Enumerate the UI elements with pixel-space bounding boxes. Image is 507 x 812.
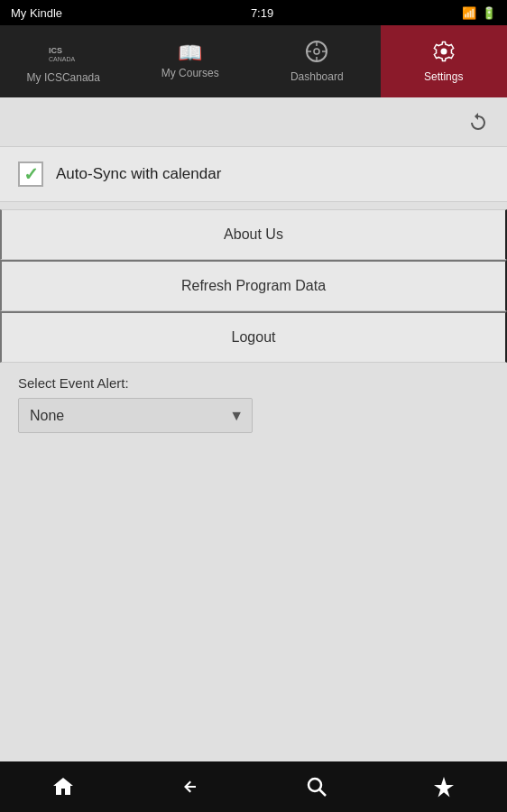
event-alert-label: Select Event Alert: [18, 375, 489, 391]
svg-text:ICS: ICS [49, 46, 62, 55]
settings-menu: About Us Refresh Program Data Logout [0, 209, 507, 363]
tab-dashboard-label: Dashboard [290, 70, 344, 83]
tab-dashboard[interactable]: Dashboard [254, 25, 381, 97]
battery-icon: 🔋 [482, 6, 496, 20]
about-us-button[interactable]: About Us [0, 209, 507, 260]
refresh-button[interactable] [462, 106, 494, 139]
event-alert-select[interactable]: None 5 minutes 15 minutes 30 minutes 1 h… [18, 398, 253, 433]
refresh-row [0, 97, 507, 146]
wifi-icon: 📶 [462, 6, 476, 20]
status-icons: 📶 🔋 [462, 6, 496, 20]
book-icon: 📖 [178, 43, 202, 63]
tab-my-courses-label: My Courses [161, 67, 219, 79]
main-content: ✓ Auto-Sync with calendar About Us Refre… [0, 97, 507, 767]
logout-button[interactable]: Logout [0, 311, 507, 363]
bottom-nav [0, 761, 507, 812]
ics-canada-logo-icon: ICS CANADA [47, 39, 79, 68]
refresh-program-data-button[interactable]: Refresh Program Data [0, 260, 507, 311]
home-button[interactable] [32, 767, 94, 807]
status-bar: My Kindle 7:19 📶 🔋 [0, 0, 507, 25]
top-nav: ICS CANADA My ICSCanada 📖 My Courses Das… [0, 25, 507, 97]
time: 7:19 [251, 6, 273, 20]
event-alert-select-wrapper: None 5 minutes 15 minutes 30 minutes 1 h… [18, 398, 253, 433]
svg-point-8 [309, 779, 321, 791]
app-name: My Kindle [11, 6, 62, 20]
tab-my-icscanada-label: My ICSCanada [27, 71, 100, 84]
tab-my-icscanada[interactable]: ICS CANADA My ICSCanada [0, 25, 127, 97]
tab-settings[interactable]: Settings [381, 25, 508, 97]
autosync-checkbox[interactable]: ✓ [18, 161, 43, 187]
svg-line-9 [320, 790, 327, 797]
settings-icon [432, 40, 456, 67]
tab-settings-label: Settings [424, 70, 463, 83]
search-button[interactable] [286, 767, 347, 807]
svg-text:CANADA: CANADA [49, 56, 76, 62]
favorites-button[interactable] [413, 767, 475, 807]
tab-my-courses[interactable]: 📖 My Courses [127, 25, 254, 97]
autosync-label: Auto-Sync with calendar [56, 165, 221, 183]
svg-point-3 [314, 49, 319, 54]
back-button[interactable] [160, 767, 221, 807]
content-spacer [0, 442, 507, 767]
checkmark-icon: ✓ [23, 165, 39, 183]
dashboard-icon [305, 40, 328, 67]
event-alert-section: Select Event Alert: None 5 minutes 15 mi… [0, 363, 507, 442]
autosync-row[interactable]: ✓ Auto-Sync with calendar [0, 146, 507, 202]
